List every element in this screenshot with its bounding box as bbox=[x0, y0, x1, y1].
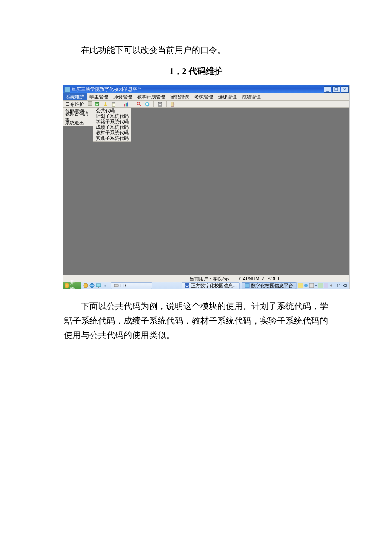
clipboard-icon[interactable] bbox=[111, 101, 116, 107]
tray-icon-2[interactable] bbox=[304, 283, 308, 288]
drive-icon bbox=[114, 283, 119, 288]
tray-icon-5[interactable] bbox=[324, 283, 328, 288]
svg-rect-21 bbox=[298, 283, 303, 288]
close-button[interactable]: ✕ bbox=[341, 86, 349, 92]
svg-rect-20 bbox=[245, 283, 249, 288]
app-title-icon bbox=[64, 87, 70, 92]
quicklaunch-desktop-icon[interactable] bbox=[96, 283, 101, 288]
svg-point-22 bbox=[304, 284, 308, 287]
menu-teacher-mgmt[interactable]: 师资管理 bbox=[111, 93, 135, 100]
tray-icon-1[interactable] bbox=[298, 283, 303, 288]
toolbar-separator-2 bbox=[133, 101, 133, 107]
start-button[interactable]: 开始 bbox=[63, 282, 81, 289]
window-controls: _ ❐ ✕ bbox=[324, 86, 349, 92]
taskbar: 开始 » H:\ W 正方数字化校园信息... 数字化校园信息平台 bbox=[63, 282, 349, 289]
restore-button[interactable]: ❐ bbox=[332, 86, 340, 92]
doc-heading: 1．2 代码维护 bbox=[64, 66, 328, 77]
quicklaunch: » bbox=[81, 283, 109, 288]
toolbar-separator-4 bbox=[166, 101, 167, 107]
svg-rect-16 bbox=[98, 287, 99, 288]
address-bar-task[interactable]: H:\ bbox=[111, 282, 152, 289]
status-bar: 当前用户：学院/sjy CAP NUM ZFSOFT bbox=[63, 275, 349, 282]
svg-rect-15 bbox=[96, 284, 101, 287]
menu-grades[interactable]: 成绩管理 bbox=[239, 93, 263, 100]
toolbar-icon-2[interactable] bbox=[103, 101, 108, 107]
status-filler bbox=[285, 275, 349, 282]
task-app-platform[interactable]: 数字化校园信息平台 bbox=[242, 282, 296, 289]
toolbar-icon-1[interactable] bbox=[95, 101, 100, 107]
left-panel-header[interactable]: 口令维护 bbox=[63, 101, 93, 108]
svg-rect-3 bbox=[112, 103, 115, 106]
quicklaunch-expand[interactable]: » bbox=[102, 283, 107, 288]
system-tray: « 11:33 bbox=[296, 282, 349, 289]
status-num: NUM bbox=[249, 275, 259, 282]
menu-system-maintenance[interactable]: 系统维护 bbox=[63, 93, 87, 100]
svg-rect-0 bbox=[95, 102, 99, 106]
list-icon[interactable] bbox=[157, 101, 163, 107]
task-word-doc[interactable]: W 正方数字化校园信息... bbox=[182, 282, 240, 289]
menu-student-mgmt[interactable]: 学生管理 bbox=[87, 93, 111, 100]
svg-rect-25 bbox=[324, 283, 328, 288]
address-label: H:\ bbox=[120, 283, 126, 288]
quicklaunch-icon-1[interactable] bbox=[83, 283, 88, 288]
minimize-button[interactable]: _ bbox=[324, 86, 331, 92]
toolbar-separator-3 bbox=[153, 101, 154, 107]
svg-rect-9 bbox=[146, 103, 148, 105]
doc-para-1: 在此功能下可以改变当前用户的口令。 bbox=[64, 43, 328, 57]
svg-rect-5 bbox=[126, 103, 127, 106]
svg-rect-4 bbox=[124, 104, 125, 106]
find-icon[interactable] bbox=[136, 101, 142, 107]
top-panels: 口令维护 代码查询 教师密码清零 系统退出 bbox=[63, 101, 349, 135]
svg-rect-1 bbox=[104, 105, 107, 106]
task-app-label: 数字化校园信息平台 bbox=[251, 283, 293, 289]
menubar: 系统维护 学生管理 师资管理 教学计划管理 智能排课 考试管理 选课管理 成绩管… bbox=[63, 93, 349, 101]
app-icon bbox=[245, 283, 250, 288]
start-orb-icon bbox=[65, 283, 69, 288]
status-cap: CAP bbox=[239, 275, 249, 282]
app-screenshot: 重庆三峡学院数字化校园信息平台 _ ❐ ✕ 系统维护 学生管理 师资管理 教学计… bbox=[63, 85, 350, 289]
start-label: 开始 bbox=[70, 279, 78, 292]
quicklaunch-ie-icon[interactable] bbox=[89, 283, 95, 288]
chart-icon[interactable] bbox=[124, 101, 129, 107]
svg-rect-23 bbox=[309, 283, 314, 288]
taskbar-clock: 11:33 bbox=[337, 283, 347, 288]
menu-plan-mgmt[interactable]: 教学计划管理 bbox=[135, 93, 168, 100]
svg-rect-6 bbox=[127, 102, 128, 106]
tray-volume-icon[interactable] bbox=[329, 283, 334, 288]
left-item-clear-pwd[interactable]: 教师密码清零 bbox=[63, 114, 93, 120]
window-title: 重庆三峡学院数字化校园信息平台 bbox=[72, 86, 142, 92]
svg-point-7 bbox=[137, 102, 140, 105]
menu-schedule[interactable]: 智能排课 bbox=[168, 93, 192, 100]
word-icon: W bbox=[184, 283, 190, 288]
menu-course-select[interactable]: 选课管理 bbox=[216, 93, 239, 100]
task-word-label: 正方数字化校园信息... bbox=[191, 283, 237, 289]
tray-icon-3[interactable] bbox=[309, 283, 314, 288]
status-current-user: 当前用户：学院/sjy bbox=[187, 275, 239, 282]
svg-text:W: W bbox=[185, 284, 189, 288]
submenu-practice-code[interactable]: 实践子系统代码 bbox=[93, 136, 131, 141]
toolbar bbox=[93, 101, 349, 108]
menu-exam-mgmt[interactable]: 考试管理 bbox=[192, 93, 216, 100]
exit-icon[interactable] bbox=[170, 101, 176, 107]
svg-rect-24 bbox=[318, 283, 323, 288]
window-titlebar: 重庆三峡学院数字化校园信息平台 _ ❐ ✕ bbox=[63, 85, 349, 93]
status-brand: ZFSOFT bbox=[259, 275, 285, 282]
tray-expand[interactable]: « bbox=[315, 283, 317, 288]
svg-point-13 bbox=[84, 283, 88, 288]
left-panel: 口令维护 代码查询 教师密码清零 系统退出 bbox=[63, 101, 93, 126]
doc-para-2: 下面以公共代码为例，说明这个模块的使用。计划子系统代码，学籍子系统代码，成绩子系… bbox=[64, 299, 328, 342]
svg-rect-17 bbox=[114, 284, 118, 287]
code-maintenance-submenu: 公共代码 计划子系统代码 学籍子系统代码 成绩子系统代码 教材子系统代码 实践子… bbox=[93, 107, 131, 142]
stop-icon[interactable] bbox=[144, 101, 150, 107]
toolbar-separator-1 bbox=[120, 101, 120, 107]
tray-icon-4[interactable] bbox=[318, 283, 323, 288]
